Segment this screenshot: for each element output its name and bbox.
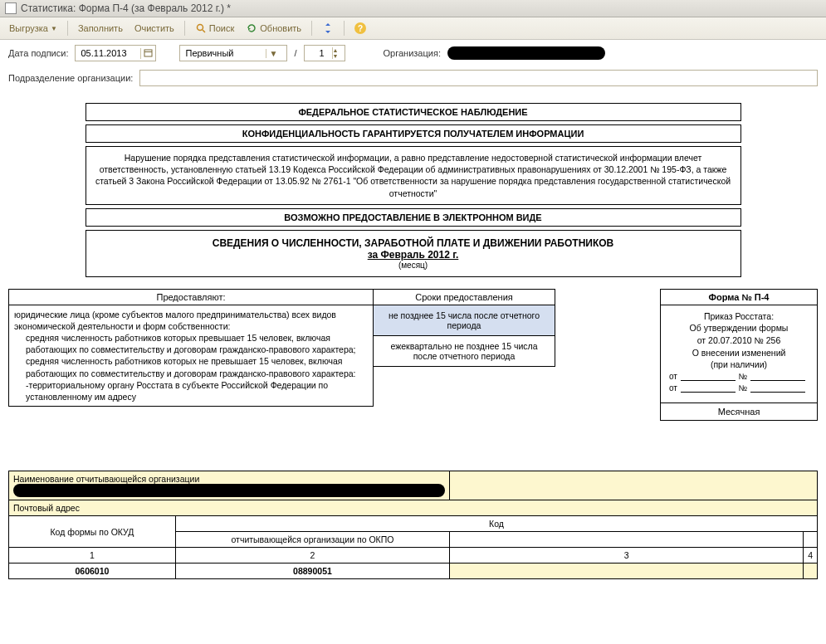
upload-button[interactable]: Выгрузка▼ (5, 22, 61, 35)
code-col3 (450, 532, 804, 548)
title-sub: (месяц) (93, 261, 734, 270)
provide-head: Предоставляют: (9, 290, 373, 305)
form-info-head: Форма № П-4 (661, 290, 817, 305)
document-area: ФЕДЕРАЛЬНОЕ СТАТИСТИЧЕСКОЕ НАБЛЮДЕНИЕ КО… (0, 93, 826, 586)
deadline-1[interactable]: не позднее 15 числа после отчетного пери… (374, 305, 555, 336)
banner-federal: ФЕДЕРАЛЬНОЕ СТАТИСТИЧЕСКОЕ НАБЛЮДЕНИЕ (86, 103, 741, 121)
spinner[interactable]: ▲▼ (332, 47, 339, 59)
code4-value[interactable] (804, 564, 818, 579)
okpo-head: отчитывающейся организации по ОКПО (175, 532, 449, 548)
subdiv-input[interactable] (139, 70, 818, 86)
search-icon (195, 22, 207, 34)
dropdown-icon[interactable]: ▼ (266, 49, 277, 58)
org-label: Организация: (384, 48, 441, 58)
help-button[interactable]: ? (350, 21, 370, 36)
title-line1: СВЕДЕНИЯ О ЧИСЛЕННОСТИ, ЗАРАБОТНОЙ ПЛАТЕ… (93, 237, 734, 249)
form-info-panel: Форма № П-4 Приказ Росстата: Об утвержде… (660, 289, 818, 421)
arrows-vertical-icon (322, 22, 334, 34)
date-field[interactable] (79, 47, 137, 59)
window-title: Статистика: Форма П-4 (за Февраль 2012 г… (21, 2, 231, 14)
okud-value: 0606010 (9, 564, 176, 579)
type-select[interactable]: ▼ (179, 45, 287, 61)
deadline-2: ежеквартально не позднее 15 числа после … (374, 336, 555, 366)
order-l4: О внесении изменений (666, 347, 812, 359)
colnum-2: 2 (175, 548, 449, 564)
banner-electronic: ВОЗМОЖНО ПРЕДОСТАВЛЕНИЕ В ЭЛЕКТРОННОМ ВИ… (86, 208, 741, 227)
subdiv-label: Подразделение организации: (8, 73, 133, 83)
deadline-panel: Сроки предоставления не позднее 15 числа… (373, 289, 555, 367)
org-value-redacted (447, 46, 605, 60)
okpo-value: 08890051 (175, 564, 449, 579)
copy-input[interactable]: ▲▼ (304, 45, 345, 61)
order-l2: Об утверждении формы (666, 322, 812, 334)
org-name-label: Наименование отчитывающейся организации (9, 471, 450, 500)
provide-p3: средняя численность работников которых н… (14, 355, 368, 378)
refresh-icon (246, 22, 257, 34)
code3-value[interactable] (450, 564, 804, 579)
clear-button[interactable]: Очистить (130, 22, 178, 35)
order-l3: от 20.07.2010 № 256 (666, 334, 812, 347)
title-period: за Февраль 2012 г. (93, 249, 734, 261)
provide-panel: Предоставляют: юридические лица (кроме с… (8, 289, 374, 407)
copy-field[interactable] (308, 47, 326, 59)
order-l1: Приказ Росстата: (666, 310, 812, 323)
date-input[interactable] (75, 45, 156, 61)
info-row: Предоставляют: юридические лица (кроме с… (8, 289, 818, 421)
separator (311, 21, 312, 36)
date-label: Дата подписи: (8, 48, 68, 58)
colnum-3: 3 (450, 548, 804, 564)
org-name-redacted (13, 484, 445, 497)
okud-head: Код формы по ОКУД (9, 516, 176, 548)
header-form-row: Дата подписи: ▼ / ▲▼ Организация: (0, 40, 826, 66)
slash-label: / (294, 48, 296, 58)
code-col4 (804, 532, 818, 548)
changes-row-2: от№ (666, 383, 812, 394)
banner-legal: Нарушение порядка представления статисти… (86, 146, 741, 205)
window-title-bar: Статистика: Форма П-4 (за Февраль 2012 г… (0, 0, 826, 17)
svg-point-0 (197, 25, 203, 31)
banner-confidential: КОНФИДЕНЦИАЛЬНОСТЬ ГАРАНТИРУЕТСЯ ПОЛУЧАТ… (86, 124, 741, 143)
separator (184, 21, 185, 36)
expand-button[interactable] (318, 21, 338, 36)
provide-p4: -территориальному органу Росстата в субъ… (14, 379, 368, 402)
changes-row-1: от№ (666, 371, 812, 383)
help-icon: ? (354, 22, 366, 34)
toolbar: Выгрузка▼ Заполнить Очистить Поиск Обнов… (0, 17, 826, 40)
periodicity: Месячная (661, 402, 817, 420)
provide-p2: средняя численность работников которых п… (14, 332, 368, 355)
colnum-4: 4 (804, 548, 818, 564)
code-head: Код (175, 516, 817, 532)
svg-rect-2 (144, 50, 152, 56)
subdiv-row: Подразделение организации: (0, 66, 826, 93)
type-field[interactable] (183, 47, 262, 59)
search-button[interactable]: Поиск (191, 21, 238, 36)
calendar-icon[interactable] (140, 48, 152, 59)
app-icon (5, 2, 17, 14)
separator (67, 21, 68, 36)
provide-p1: юридические лица (кроме субъектов малого… (14, 309, 368, 332)
org-table: Наименование отчитывающейся организации … (8, 471, 818, 579)
refresh-button[interactable]: Обновить (242, 21, 305, 36)
fill-button[interactable]: Заполнить (74, 22, 127, 35)
deadline-head: Сроки предоставления (374, 290, 555, 305)
address-label: Почтовый адрес (9, 500, 818, 516)
svg-line-1 (203, 30, 205, 32)
separator (344, 21, 345, 36)
order-l5: (при наличии) (666, 359, 812, 371)
colnum-1: 1 (9, 548, 176, 564)
banner-title: СВЕДЕНИЯ О ЧИСЛЕННОСТИ, ЗАРАБОТНОЙ ПЛАТЕ… (86, 230, 741, 277)
